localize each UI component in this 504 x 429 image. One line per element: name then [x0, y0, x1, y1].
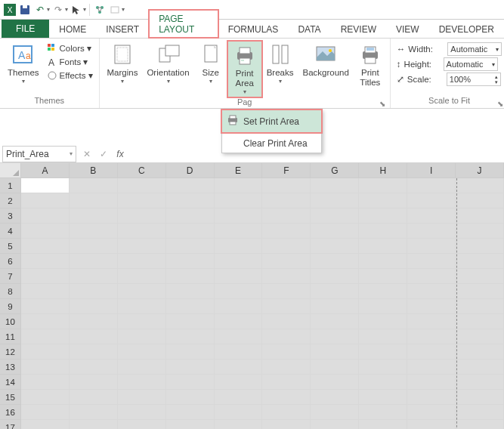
undo-caret-icon[interactable]: ▾ [47, 6, 50, 13]
height-dropdown[interactable]: Automatic▾ [444, 57, 498, 71]
cell[interactable] [456, 254, 504, 269]
cell[interactable] [456, 405, 504, 420]
cell[interactable] [407, 360, 456, 375]
cell[interactable] [21, 390, 70, 405]
cell[interactable] [262, 224, 311, 239]
cell[interactable] [166, 329, 215, 344]
qa-icon-1[interactable] [93, 3, 107, 17]
cell[interactable] [262, 178, 311, 193]
cell[interactable] [311, 224, 359, 239]
cell[interactable] [407, 254, 456, 269]
cell[interactable] [166, 239, 215, 254]
cell[interactable] [70, 375, 118, 390]
cell[interactable] [359, 284, 407, 299]
tab-developer[interactable]: DEVELOPER [429, 20, 504, 38]
cell[interactable] [359, 239, 407, 254]
cell[interactable] [311, 344, 359, 360]
cell[interactable] [166, 269, 215, 284]
cell[interactable] [70, 420, 118, 429]
qa-more-caret-icon[interactable]: ▾ [83, 6, 86, 13]
cell[interactable] [215, 254, 263, 269]
cell[interactable] [215, 269, 263, 284]
row-header[interactable]: 1 [0, 178, 21, 193]
cell[interactable] [118, 390, 166, 405]
cell[interactable] [215, 344, 263, 360]
cell[interactable] [407, 390, 456, 405]
tab-file[interactable]: FILE [2, 20, 49, 38]
dialog-launcher-icon[interactable]: ⬊ [497, 100, 503, 108]
cell[interactable] [21, 299, 70, 314]
row-header[interactable]: 9 [0, 299, 21, 314]
cell[interactable] [456, 314, 504, 329]
colors-button[interactable]: Colors ▾ [45, 42, 94, 54]
cell[interactable] [311, 299, 359, 314]
cell[interactable] [70, 314, 118, 329]
row-header[interactable]: 2 [0, 193, 21, 208]
redo-icon[interactable]: ↷ [51, 3, 65, 17]
cell[interactable] [359, 329, 407, 344]
tab-home[interactable]: HOME [49, 20, 96, 38]
cell[interactable] [262, 284, 311, 299]
cell[interactable] [262, 375, 311, 390]
cell[interactable] [311, 193, 359, 208]
cell[interactable] [118, 329, 166, 344]
cell[interactable] [215, 420, 263, 429]
name-box[interactable]: Print_Area ▾ [2, 146, 76, 162]
set-print-area-item[interactable]: Set Print Area [221, 110, 322, 133]
cell[interactable] [456, 329, 504, 344]
cell[interactable] [21, 178, 70, 193]
cell[interactable] [407, 269, 456, 284]
print-area-button[interactable]: Print Area ▾ [227, 41, 262, 97]
tab-formulas[interactable]: FORMULAS [218, 20, 289, 38]
cell[interactable] [311, 360, 359, 375]
row-header[interactable]: 7 [0, 269, 21, 284]
cell[interactable] [262, 269, 311, 284]
cell[interactable] [456, 284, 504, 299]
row-header[interactable]: 5 [0, 239, 21, 254]
background-button[interactable]: Background [298, 41, 353, 79]
redo-caret-icon[interactable]: ▾ [65, 6, 68, 13]
cell[interactable] [456, 193, 504, 208]
cell[interactable] [118, 269, 166, 284]
cell[interactable] [407, 284, 456, 299]
cell[interactable] [359, 375, 407, 390]
cell[interactable] [166, 254, 215, 269]
cell[interactable] [70, 224, 118, 239]
cell[interactable] [166, 178, 215, 193]
cell[interactable] [118, 314, 166, 329]
row-header[interactable]: 17 [0, 420, 21, 429]
cell[interactable] [21, 284, 70, 299]
cell[interactable] [166, 224, 215, 239]
cell[interactable] [118, 344, 166, 360]
cell[interactable] [118, 208, 166, 224]
row-header[interactable]: 4 [0, 224, 21, 239]
column-header[interactable]: C [118, 163, 166, 177]
cell[interactable] [456, 269, 504, 284]
cell[interactable] [311, 284, 359, 299]
cell[interactable] [215, 178, 263, 193]
column-header[interactable]: J [456, 163, 504, 177]
cell[interactable] [359, 269, 407, 284]
cell[interactable] [215, 208, 263, 224]
cell[interactable] [118, 239, 166, 254]
column-header[interactable]: E [215, 163, 263, 177]
cell[interactable] [215, 329, 263, 344]
cell[interactable] [407, 344, 456, 360]
cell[interactable] [262, 314, 311, 329]
row-header[interactable]: 14 [0, 375, 21, 390]
cell[interactable] [311, 329, 359, 344]
cell[interactable] [262, 390, 311, 405]
cell[interactable] [215, 314, 263, 329]
qa-caret-2[interactable]: ▾ [122, 6, 125, 13]
cell[interactable] [359, 344, 407, 360]
cell[interactable] [215, 360, 263, 375]
cell[interactable] [456, 239, 504, 254]
cell[interactable] [456, 208, 504, 224]
cell[interactable] [215, 284, 263, 299]
cell[interactable] [166, 193, 215, 208]
cancel-icon[interactable]: ✕ [79, 146, 95, 162]
cell[interactable] [21, 420, 70, 429]
cell[interactable] [262, 360, 311, 375]
row-header[interactable]: 11 [0, 329, 21, 344]
cell[interactable] [311, 375, 359, 390]
